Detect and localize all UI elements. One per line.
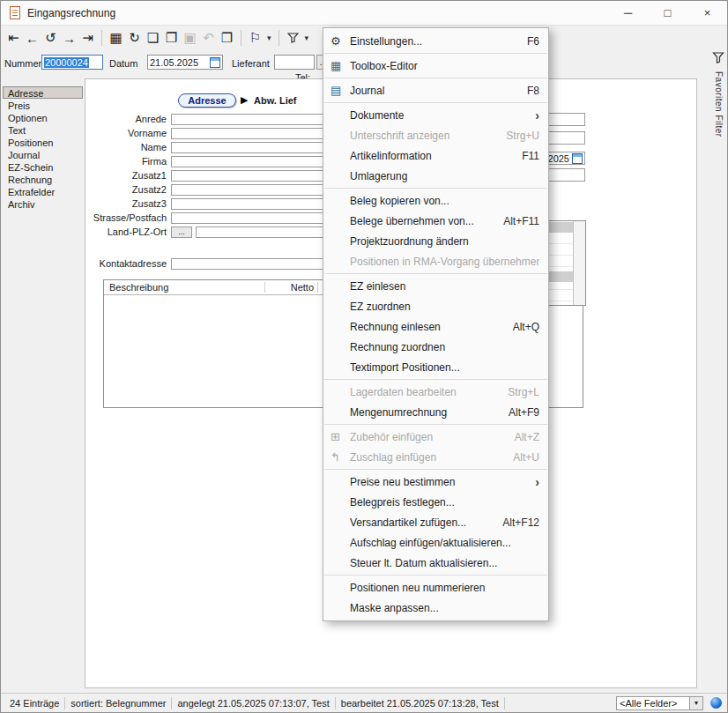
- menu-item-label: EZ zuordnen: [350, 301, 411, 313]
- field-label: Zusatz2: [85, 184, 171, 195]
- menu-item-unterschrift-anzeigen: Unterschrift anzeigenStrg+U: [323, 125, 548, 145]
- menu-item-textimport-positionen[interactable]: Textimport Positionen...: [323, 357, 548, 377]
- menu-item-einstellungen[interactable]: ⚙Einstellungen...F6: [323, 31, 548, 51]
- menu-item-shortcut: Alt+Q: [504, 321, 539, 333]
- menu-item-rechnung-einlesen[interactable]: Rechnung einlesenAlt+Q: [323, 316, 548, 337]
- status-created: angelegt 21.05.2025 07:13:07, Test: [172, 698, 334, 709]
- last-record-button[interactable]: ⇥: [78, 28, 97, 48]
- sidebar-item-extrafelder[interactable]: Extrafelder: [3, 185, 83, 197]
- next-record-button[interactable]: →: [60, 28, 78, 48]
- sidebar-item-ez-schein[interactable]: EZ-Schein: [3, 160, 83, 173]
- tab-adresse[interactable]: Adresse: [178, 93, 236, 108]
- last-record-icon: ⇥: [82, 30, 93, 46]
- pin-dropdown-arrow[interactable]: ▾: [264, 33, 274, 42]
- field-label: Firma: [85, 156, 171, 167]
- menu-item-preise-neu-bestimmen[interactable]: Preise neu bestimmen›: [323, 472, 548, 492]
- menu-item-shortcut: Strg+L: [499, 386, 539, 398]
- previous-record-button[interactable]: ←: [23, 28, 41, 48]
- menu-item-aufschlag-einfügen-aktualisieren[interactable]: Aufschlag einfügen/aktualisieren...: [323, 532, 548, 553]
- menu-item-steuer-lt-datum-aktualisieren[interactable]: Steuer lt. Datum aktualisieren...: [323, 553, 548, 573]
- first-record-button[interactable]: ⇤: [4, 28, 23, 48]
- menu-item-artikelinformation[interactable]: ArtikelinformationF11: [323, 145, 548, 166]
- nummer-value: 20000024: [44, 57, 89, 68]
- favorites-filter-label[interactable]: Favoriten Filter: [714, 71, 724, 137]
- menu-item-journal[interactable]: ▤JournalF8: [323, 80, 548, 100]
- menu-item-label: Zubehör einfügen: [350, 431, 433, 443]
- new-document-icon: ❏: [147, 30, 159, 46]
- table-view-button[interactable]: ▦: [107, 28, 125, 48]
- sidebar-item-preis[interactable]: Preis: [3, 99, 83, 111]
- field-filter-combo[interactable]: <Alle Felder> ▾: [616, 696, 703, 710]
- menu-item-projektzuordnung-ändern[interactable]: Projektzuordnung ändern: [323, 231, 548, 251]
- menu-item-ez-einlesen[interactable]: EZ einlesen: [323, 276, 548, 296]
- menu-item-belegpreis-festlegen[interactable]: Belegpreis festlegen...: [323, 492, 548, 512]
- first-record-icon: ⇤: [8, 30, 19, 46]
- menu-item-shortcut: Alt+F9: [500, 406, 539, 419]
- menu-item-rechnung-zuordnen[interactable]: Rechnung zuordnen: [323, 337, 548, 357]
- filter-dropdown-arrow[interactable]: ▾: [302, 33, 312, 42]
- menu-separator: [324, 424, 547, 425]
- sidebar-item-rechnung[interactable]: Rechnung: [3, 173, 83, 185]
- menu-separator: [324, 102, 547, 103]
- sidebar-tabs: AdressePreisOptionenTextPositionenJourna…: [3, 86, 83, 210]
- calendar-icon[interactable]: [572, 153, 583, 164]
- field-label: Vorname: [85, 128, 171, 138]
- close-button[interactable]: ×: [687, 1, 727, 25]
- menu-item-beleg-kopieren-von[interactable]: Beleg kopieren von...: [323, 190, 548, 211]
- submenu-arrow-icon: ›: [535, 108, 539, 123]
- filter-icon[interactable]: [712, 52, 724, 66]
- col-beschreibung[interactable]: Beschreibung: [104, 282, 264, 293]
- field-filter-value[interactable]: <Alle Felder>: [616, 696, 690, 710]
- menu-item-belege-übernehmen-von[interactable]: Belege übernehmen von...Alt+F11: [323, 211, 548, 231]
- kontaktadresse-label: Kontaktadresse: [85, 258, 171, 269]
- menu-item-umlagerung[interactable]: Umlagerung: [323, 166, 548, 186]
- menu-item-toolbox-editor[interactable]: ▦Toolbox-Editor: [323, 56, 548, 76]
- maximize-button[interactable]: □: [648, 1, 687, 25]
- sidebar-item-text[interactable]: Text: [3, 123, 83, 136]
- sidebar-item-journal[interactable]: Journal: [3, 148, 83, 160]
- menu-item-label: Belege übernehmen von...: [350, 215, 474, 227]
- menu-item-label: Artikelinformation: [350, 150, 432, 162]
- new-document-button[interactable]: ❏: [144, 28, 162, 48]
- nummer-field[interactable]: 20000024: [41, 55, 103, 70]
- list-scrollbar[interactable]: [573, 221, 585, 305]
- datum-field[interactable]: 21.05.2025: [147, 55, 223, 70]
- menu-item-ez-zuordnen[interactable]: EZ zuordnen: [323, 296, 548, 316]
- lieferant-label: Lieferant: [232, 58, 270, 69]
- sidebar-item-adresse[interactable]: Adresse: [3, 86, 83, 99]
- menu-item-shortcut: Alt+Z: [506, 431, 539, 443]
- browse-button[interactable]: ...: [171, 227, 192, 238]
- menu-item-versandartikel-zufügen[interactable]: Versandartikel zufügen...Alt+F12: [323, 512, 548, 532]
- menu-item-zuschlag-einfügen: ↰Zuschlag einfügenAlt+U: [323, 447, 548, 467]
- sidebar-item-archiv[interactable]: Archiv: [3, 197, 83, 210]
- calendar-icon[interactable]: [210, 57, 220, 68]
- filter-button[interactable]: [284, 28, 302, 48]
- refresh-button[interactable]: ↻: [125, 28, 144, 48]
- copy-icon: ❐: [166, 30, 177, 46]
- menu-separator: [324, 379, 547, 380]
- menu-item-positionen-neu-nummerieren[interactable]: Positionen neu nummerieren: [323, 577, 548, 598]
- export-document-button[interactable]: ❒: [218, 28, 236, 48]
- menu-item-mengenumrechnung[interactable]: MengenumrechnungAlt+F9: [323, 402, 548, 422]
- datum-value: 21.05.2025: [150, 57, 198, 68]
- menu-item-maske-anpassen[interactable]: Maske anpassen...: [323, 598, 548, 618]
- sidebar-item-positionen[interactable]: Positionen: [3, 136, 83, 148]
- chevron-down-icon[interactable]: ▾: [690, 696, 703, 710]
- copy-document-button[interactable]: ❐: [162, 28, 181, 48]
- menu-item-dokumente[interactable]: Dokumente›: [323, 105, 548, 125]
- menu-item-label: EZ einlesen: [350, 280, 405, 293]
- col-netto[interactable]: Netto: [264, 282, 317, 293]
- menu-item-shortcut: F11: [513, 150, 539, 162]
- tab-abw-lieferadresse[interactable]: Abw. Lief: [254, 95, 296, 106]
- pin-button[interactable]: ⚐: [246, 28, 264, 48]
- sidebar-item-optionen[interactable]: Optionen: [3, 111, 83, 123]
- insert-page-icon: ⊞: [331, 430, 350, 443]
- minimize-button[interactable]: ─: [608, 1, 648, 25]
- tab-next-arrow-icon[interactable]: ▶: [241, 94, 248, 106]
- insert-arrow-icon: ↰: [331, 450, 350, 464]
- toolbox-icon: ▦: [331, 59, 350, 72]
- lieferant-field[interactable]: [274, 55, 315, 70]
- history-button[interactable]: ↺: [41, 28, 60, 48]
- menu-item-shortcut: F8: [518, 85, 539, 97]
- menu-item-label: Toolbox-Editor: [350, 60, 418, 72]
